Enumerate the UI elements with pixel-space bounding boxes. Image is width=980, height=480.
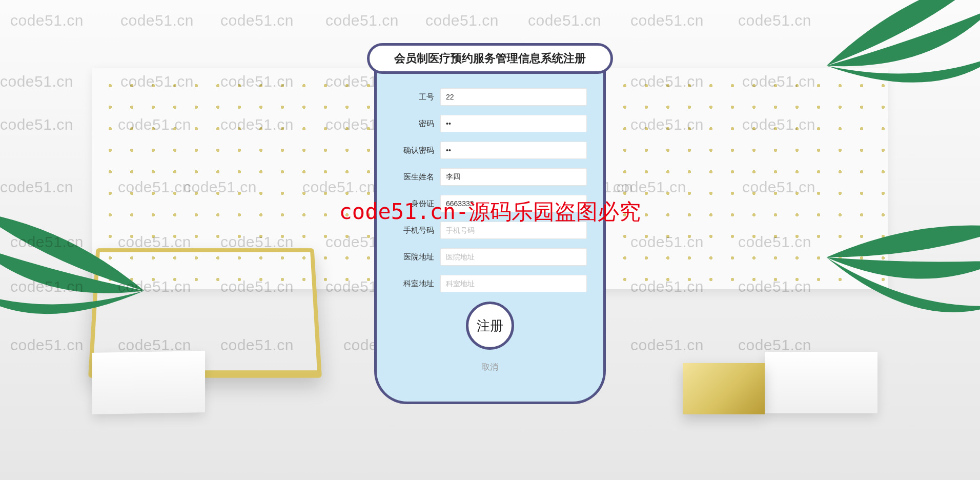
input-password[interactable] [440,115,587,132]
row-hospital-address: 医院地址 [393,248,587,266]
label-password: 密码 [393,119,434,129]
row-confirm-password: 确认密码 [393,142,587,159]
input-phone[interactable] [440,222,587,239]
register-body: 工号 密码 确认密码 医生姓名 身份证 手机号码 医院地址 科室 [374,61,606,404]
gold-box [683,363,765,414]
input-id-card[interactable] [440,195,587,212]
register-title: 会员制医疗预约服务管理信息系统注册 [367,43,613,74]
label-confirm-password: 确认密码 [393,146,434,155]
input-doctor-name[interactable] [440,168,587,186]
row-phone: 手机号码 [393,222,587,239]
input-worker-id[interactable] [440,88,587,106]
cancel-button[interactable]: 取消 [482,362,498,373]
pegboard-right [585,68,888,289]
label-worker-id: 工号 [393,92,434,102]
row-worker-id: 工号 [393,88,587,106]
label-doctor-name: 医生姓名 [393,172,434,182]
row-id-card: 身份证 [393,195,587,212]
label-department-address: 科室地址 [393,279,434,289]
label-hospital-address: 医院地址 [393,252,434,262]
row-password: 密码 [393,115,587,132]
register-button[interactable]: 注册 [466,302,514,350]
input-department-address[interactable] [440,275,587,292]
label-id-card: 身份证 [393,199,434,209]
register-actions: 注册 取消 [393,302,587,373]
input-confirm-password[interactable] [440,142,587,159]
register-panel: 会员制医疗预约服务管理信息系统注册 工号 密码 确认密码 医生姓名 身份证 手机… [367,43,613,404]
input-hospital-address[interactable] [440,248,587,266]
row-doctor-name: 医生姓名 [393,168,587,186]
white-block-left [92,351,205,414]
row-department-address: 科室地址 [393,275,587,292]
label-phone: 手机号码 [393,226,434,235]
white-block-right [765,352,877,413]
